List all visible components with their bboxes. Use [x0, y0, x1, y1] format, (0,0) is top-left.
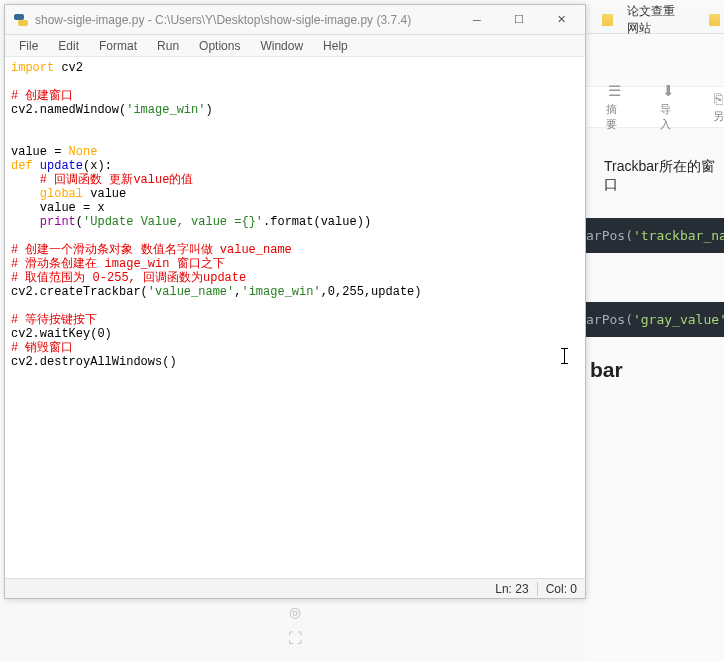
folder-icon — [602, 14, 613, 26]
menu-edit[interactable]: Edit — [48, 37, 89, 55]
menu-format[interactable]: Format — [89, 37, 147, 55]
window-titlebar[interactable]: show-sigle-image.py - C:\Users\Y\Desktop… — [5, 5, 585, 35]
list-icon: ☰ — [608, 82, 621, 100]
status-line: Ln: 23 — [495, 582, 528, 596]
menu-options[interactable]: Options — [189, 37, 250, 55]
status-bar: Ln: 23 Col: 0 — [5, 578, 585, 598]
code-snippet-2: arPos('gray_value', — [586, 302, 724, 337]
idle-editor-window: show-sigle-image.py - C:\Users\Y\Desktop… — [4, 4, 586, 599]
status-col: Col: 0 — [546, 582, 577, 596]
text-cursor-icon — [564, 348, 565, 364]
expand-icon[interactable]: ⛶ — [288, 630, 302, 646]
close-button[interactable]: ✕ — [541, 8, 581, 32]
target-icon[interactable]: ◎ — [289, 604, 301, 620]
bookmark-label[interactable]: 论文查重网站 — [627, 3, 679, 37]
menu-help[interactable]: Help — [313, 37, 358, 55]
bottom-tool-icons: ◎ ⛶ — [0, 604, 590, 646]
browser-bookmark-bar: 论文查重网站 — [586, 6, 724, 34]
svg-rect-0 — [14, 14, 24, 20]
article-toolbar: ☰ 摘要 ⬇ 导入 ⎘ 另 — [586, 86, 724, 128]
maximize-button[interactable]: ☐ — [499, 8, 539, 32]
menu-run[interactable]: Run — [147, 37, 189, 55]
summary-button[interactable]: ☰ 摘要 — [606, 82, 624, 132]
article-text: Trackbar所在的窗口 — [604, 158, 724, 194]
minimize-button[interactable]: ─ — [457, 8, 497, 32]
download-icon: ⬇ — [662, 82, 675, 100]
folder-icon — [709, 14, 720, 26]
import-button[interactable]: ⬇ 导入 — [660, 82, 678, 132]
menu-bar: File Edit Format Run Options Window Help — [5, 35, 585, 57]
code-snippet-1: arPos('trackbar_name — [586, 218, 724, 253]
menu-file[interactable]: File — [9, 37, 48, 55]
menu-window[interactable]: Window — [250, 37, 313, 55]
python-icon — [13, 12, 29, 28]
svg-rect-1 — [18, 20, 28, 26]
window-title: show-sigle-image.py - C:\Users\Y\Desktop… — [35, 13, 457, 27]
code-editor[interactable]: import cv2 # 创建窗口 cv2.namedWindow('image… — [5, 57, 585, 578]
save-as-button[interactable]: ⎘ 另 — [713, 90, 724, 124]
article-heading: bar — [590, 358, 623, 382]
save-icon: ⎘ — [714, 90, 723, 107]
